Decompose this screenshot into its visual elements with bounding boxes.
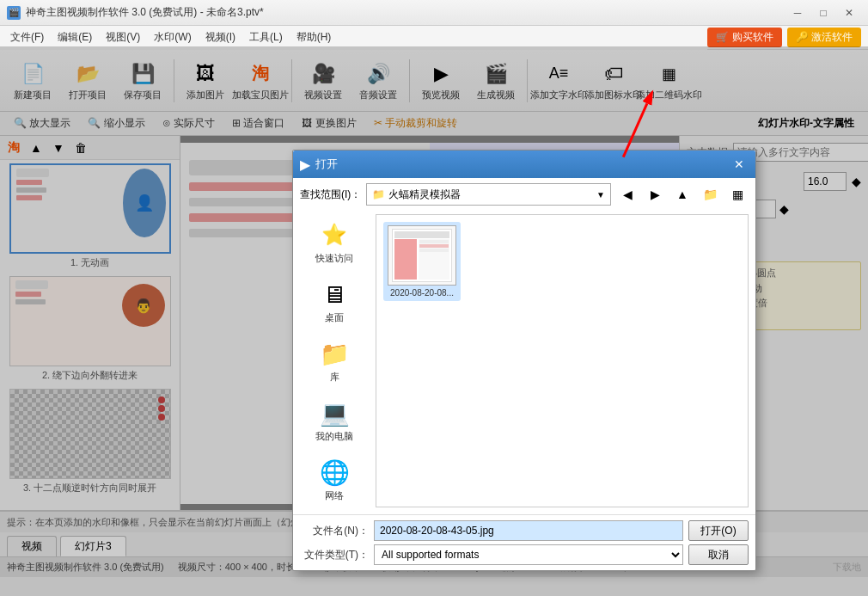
library-icon: 📁 (319, 338, 350, 369)
nav-network[interactable]: 🌐 网络 (303, 452, 365, 507)
window-controls: ─ □ ✕ (785, 3, 861, 22)
menu-edit[interactable]: 编辑(E) (51, 28, 99, 47)
dialog-overlay: ▶ 打开 ✕ 查找范围(I)： 📁 火蝠精灵模拟器 ▼ ◀ ▶ ▲ 📁 ▦ (0, 46, 868, 596)
menu-tools[interactable]: 工具(L) (242, 28, 290, 47)
dialog-title: 打开 (315, 157, 338, 172)
new-folder-button[interactable]: 📁 (699, 184, 721, 205)
menu-video[interactable]: 视频(I) (199, 28, 242, 47)
title-bar: 🎬 神奇主图视频制作软件 3.0 (免费试用) - 未命名3.ptv* ─ □ … (0, 0, 868, 26)
my-computer-icon: 💻 (319, 397, 350, 428)
dialog-footer: 文件名(N)： 打开(O) 文件类型(T)： All supported for… (293, 514, 755, 570)
nav-quick-access[interactable]: ⭐ 快速访问 (303, 214, 365, 270)
network-icon: 🌐 (319, 457, 350, 488)
desktop-label: 桌面 (325, 311, 344, 324)
nav-desktop[interactable]: 🖥 桌面 (303, 273, 365, 329)
dialog-titlebar: ▶ 打开 ✕ (293, 151, 755, 178)
quick-access-icon: ⭐ (319, 219, 350, 250)
menu-file[interactable]: 文件(F) (3, 28, 51, 47)
dialog-close-button[interactable]: ✕ (730, 155, 749, 174)
nav-my-computer[interactable]: 💻 我的电脑 (303, 392, 365, 448)
file-thumbnail (388, 225, 456, 286)
menu-help[interactable]: 帮助(H) (290, 28, 339, 47)
maximize-button[interactable]: □ (811, 3, 835, 22)
dialog-sidebar: ⭐ 快速访问 🖥 桌面 📁 库 💻 我的电脑 🌐 网络 (300, 214, 369, 507)
back-button[interactable]: ◀ (616, 184, 639, 205)
view-menu-button[interactable]: ▦ (726, 184, 749, 205)
open-button[interactable]: 打开(O) (688, 520, 749, 541)
folder-icon: 📁 (372, 188, 385, 200)
file-name-input[interactable] (374, 520, 683, 541)
library-label: 库 (330, 371, 339, 384)
file-name-label: 文件名(N)： (300, 524, 369, 538)
quick-access-label: 快速访问 (315, 252, 353, 265)
location-value: 火蝠精灵模拟器 (388, 187, 593, 202)
network-label: 网络 (325, 489, 344, 502)
forward-button[interactable]: ▶ (644, 184, 666, 205)
up-button[interactable]: ▲ (671, 184, 694, 205)
window-title: 神奇主图视频制作软件 3.0 (免费试用) - 未命名3.ptv* (26, 5, 264, 20)
file-type-label: 文件类型(T)： (300, 548, 369, 562)
buy-software-button[interactable]: 🛒 购买软件 (707, 28, 781, 47)
app-icon: 🎬 (7, 6, 21, 20)
dialog-icon: ▶ (300, 157, 310, 173)
menu-view[interactable]: 视图(V) (99, 28, 147, 47)
location-label: 查找范围(I)： (300, 187, 361, 202)
cancel-button[interactable]: 取消 (688, 544, 749, 565)
close-button[interactable]: ✕ (837, 3, 861, 22)
activate-software-button[interactable]: 🔑 激活软件 (787, 28, 861, 47)
location-dropdown-arrow[interactable]: ▼ (596, 190, 605, 200)
file-name: 2020-08-20-08... (390, 288, 454, 298)
dialog-body: ⭐ 快速访问 🖥 桌面 📁 库 💻 我的电脑 🌐 网络 (293, 207, 755, 514)
file-area: 2020-08-20-08... (376, 214, 749, 507)
open-file-dialog: ▶ 打开 ✕ 查找范围(I)： 📁 火蝠精灵模拟器 ▼ ◀ ▶ ▲ 📁 ▦ (292, 150, 756, 571)
menu-watermark[interactable]: 水印(W) (147, 28, 198, 47)
file-item[interactable]: 2020-08-20-08... (383, 222, 461, 301)
minimize-button[interactable]: ─ (785, 3, 810, 22)
nav-library[interactable]: 📁 库 (303, 333, 365, 389)
my-computer-label: 我的电脑 (315, 430, 353, 443)
desktop-icon: 🖥 (319, 279, 350, 310)
file-type-select[interactable]: All supported formats (374, 544, 683, 565)
